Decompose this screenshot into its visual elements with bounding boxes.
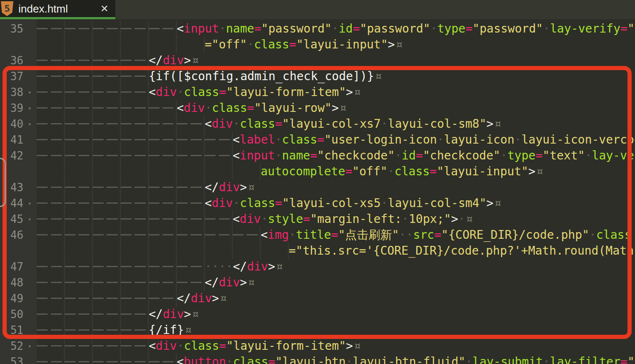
space-dot-marker: ·: [387, 164, 394, 179]
indent-whitespace-marker: [93, 322, 121, 338]
fold-arrow-icon[interactable]: ▾: [23, 116, 36, 132]
indent-whitespace-marker: [65, 338, 93, 354]
indent-whitespace-marker: [121, 338, 149, 354]
indent-whitespace-marker: [37, 100, 65, 116]
code-token: </: [149, 53, 163, 68]
code-line: <div·class="layui-form-item">¤: [37, 338, 361, 354]
line-number: 48: [0, 275, 23, 291]
indent-whitespace-marker: [205, 211, 233, 227]
indent-whitespace-marker: [121, 179, 149, 195]
line-number: 37: [0, 68, 23, 84]
gutter-row: 47: [0, 259, 37, 275]
code-token: "password": [472, 21, 543, 37]
code-token: input: [240, 148, 275, 164]
code-token: >: [240, 179, 247, 195]
indent-whitespace-marker: [93, 354, 121, 364]
space-dot-marker: ·: [289, 227, 296, 243]
indent-whitespace-marker: [65, 259, 93, 275]
code-token: class: [184, 338, 219, 354]
code-token: >: [184, 306, 191, 322]
code-token: layui-col-sm4": [388, 195, 486, 211]
code-token: ="this.src='{CORE_DIR}/code.php?'+Math.r…: [289, 243, 634, 259]
gutter-row: 35: [0, 21, 37, 37]
indent-whitespace-marker: [205, 132, 233, 148]
code-token: lay-ver: [592, 148, 635, 164]
indent-whitespace-marker: [93, 37, 121, 53]
indent-whitespace-marker: [65, 84, 93, 100]
indent-whitespace-marker: [37, 306, 65, 322]
code-token: div: [156, 338, 177, 354]
indent-whitespace-marker: [149, 354, 177, 364]
line-number: 46: [0, 227, 23, 243]
fold-arrow-icon[interactable]: ▾: [23, 100, 36, 116]
code-line: <div·class="layui-form-item">¤: [37, 84, 361, 100]
indent-whitespace-marker: [65, 68, 93, 84]
space-dot-marker: ·: [332, 21, 339, 37]
indent-whitespace-marker: [37, 21, 65, 37]
eol-marker: ¤: [396, 37, 403, 53]
code-token: <: [177, 354, 184, 364]
code-token: div: [219, 275, 240, 291]
indent-whitespace-marker: [205, 148, 233, 164]
indent-whitespace-marker: [65, 243, 93, 259]
indent-whitespace-marker: [37, 211, 65, 227]
indent-whitespace-marker: [121, 322, 149, 338]
indent-whitespace-marker: [177, 275, 205, 291]
tab-close-icon[interactable]: ✕: [100, 3, 109, 15]
code-token: div: [219, 179, 240, 195]
code-token: lay-submit: [472, 354, 543, 364]
code-line: </div>¤: [37, 275, 255, 291]
gutter-row: 36: [0, 53, 37, 68]
gutter-row: 40▾: [0, 116, 37, 132]
code-line: <input·name="checkcode"·id="checkcode"·t…: [37, 148, 635, 164]
code-token: <: [233, 211, 240, 227]
code-token: "checkcode": [423, 148, 500, 164]
code-token: >: [268, 259, 275, 275]
code-token: =: [268, 354, 275, 364]
fold-arrow-icon[interactable]: ▾: [23, 195, 36, 211]
line-number: 36: [0, 53, 23, 68]
fold-arrow-icon[interactable]: ▾: [23, 211, 36, 227]
tab-index-html[interactable]: 5 index.html ✕: [0, 0, 115, 19]
fold-arrow-icon[interactable]: ▾: [23, 338, 36, 354]
indent-whitespace-marker: [93, 338, 121, 354]
indent-whitespace-marker: [261, 243, 289, 259]
eol-marker: ¤: [192, 306, 199, 322]
space-dot-marker: ·: [177, 84, 184, 100]
code-token: div: [156, 84, 177, 100]
code-token: >: [212, 291, 219, 306]
indent-whitespace-marker: [65, 291, 93, 306]
code-token: =: [536, 148, 543, 164]
code-token: img: [268, 227, 289, 243]
code-token: layui-icon: [444, 132, 515, 148]
code-token: "user-login-icon: [324, 132, 437, 148]
fold-arrow-icon[interactable]: ▾: [23, 84, 36, 100]
code-token: "layui-col-xs7: [282, 116, 381, 132]
code-line: <div·class="layui-col-xs5·layui-col-sm4"…: [37, 195, 501, 211]
line-number: 52: [0, 338, 23, 354]
gutter-row: [0, 37, 37, 53]
space-dot-marker: ····: [205, 259, 233, 275]
space-dot-marker: ·: [346, 354, 353, 364]
code-token: </: [149, 306, 163, 322]
code-token: "layui-col-xs5: [282, 195, 381, 211]
indent-whitespace-marker: [37, 132, 65, 148]
code-token: =: [353, 21, 360, 37]
space-dot-marker: ·: [514, 132, 521, 148]
indent-whitespace-marker: [121, 227, 149, 243]
code-token: >: [346, 84, 353, 100]
indent-whitespace-marker: [205, 227, 233, 243]
indent-whitespace-marker: [149, 243, 177, 259]
code-line: <img·title="点击刷新"··src="{CORE_DIR}/code.…: [37, 227, 632, 243]
code-token: class: [184, 84, 219, 100]
partial-popup: [0, 158, 6, 207]
code-token: class: [596, 227, 631, 243]
eol-marker: ¤: [354, 338, 361, 354]
indent-whitespace-marker: [37, 275, 65, 291]
indent-whitespace-marker: [65, 195, 93, 211]
code-token: class: [240, 195, 275, 211]
editor-area[interactable]: 35<input·name="password"·id="password"·t…: [0, 19, 635, 364]
indent-whitespace-marker: [121, 354, 149, 364]
code-token: class: [254, 37, 289, 53]
indent-whitespace-marker: [149, 291, 177, 306]
